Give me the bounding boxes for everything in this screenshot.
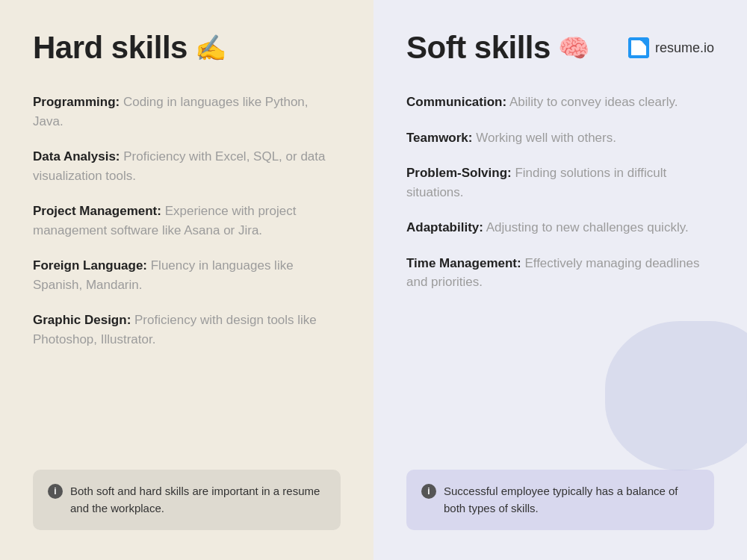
soft-skills-list: Communication: Ability to convey ideas c… bbox=[406, 93, 714, 470]
left-info-box: i Both soft and hard skills are importan… bbox=[33, 470, 341, 530]
skill-label: Communication: bbox=[406, 95, 506, 109]
info-icon: i bbox=[421, 484, 436, 499]
left-info-text: Both soft and hard skills are important … bbox=[70, 483, 326, 517]
list-item: Project Management: Experience with proj… bbox=[33, 202, 341, 240]
skill-label: Problem-Solving: bbox=[406, 166, 512, 180]
info-icon: i bbox=[48, 484, 63, 499]
right-title: Soft skills bbox=[406, 30, 551, 66]
right-info-text: Successful employee typically has a bala… bbox=[444, 483, 699, 517]
right-info-box: i Successful employee typically has a ba… bbox=[406, 470, 714, 530]
left-title-icon: ✍️ bbox=[195, 33, 226, 63]
list-item: Programming: Coding in languages like Py… bbox=[33, 93, 341, 131]
hard-skills-list: Programming: Coding in languages like Py… bbox=[33, 93, 341, 470]
resume-logo-icon bbox=[628, 37, 649, 58]
list-item: Foreign Language: Fluency in languages l… bbox=[33, 256, 341, 294]
list-item: Time Management: Effectively managing de… bbox=[406, 254, 714, 292]
list-item: Graphic Design: Proficiency with design … bbox=[33, 311, 341, 349]
skill-desc: Ability to convey ideas clearly. bbox=[506, 95, 678, 109]
skill-label: Teamwork: bbox=[406, 131, 473, 145]
resume-logo: resume.io bbox=[628, 37, 714, 58]
skill-label: Time Management: bbox=[406, 256, 521, 270]
left-header: Hard skills ✍️ bbox=[33, 30, 341, 66]
skill-label: Programming: bbox=[33, 95, 120, 109]
skill-label: Graphic Design: bbox=[33, 313, 131, 327]
skill-desc: Working well with others. bbox=[473, 131, 616, 145]
skill-label: Foreign Language: bbox=[33, 258, 147, 273]
logo-svg bbox=[628, 37, 649, 58]
list-item: Problem-Solving: Finding solutions in di… bbox=[406, 164, 714, 202]
right-title-icon: 🧠 bbox=[558, 33, 589, 63]
skill-label: Data Analysis: bbox=[33, 149, 120, 164]
list-item: Data Analysis: Proficiency with Excel, S… bbox=[33, 147, 341, 185]
skill-label: Project Management: bbox=[33, 204, 161, 218]
svg-rect-0 bbox=[628, 37, 649, 58]
skill-label: Adaptability: bbox=[406, 220, 483, 234]
resume-logo-text: resume.io bbox=[655, 40, 714, 56]
list-item: Adaptability: Adjusting to new challenge… bbox=[406, 218, 714, 237]
right-panel: Soft skills 🧠 resume.io Communication: A… bbox=[374, 0, 747, 560]
right-header: Soft skills 🧠 resume.io bbox=[406, 30, 714, 66]
left-panel: Hard skills ✍️ Programming: Coding in la… bbox=[0, 0, 374, 560]
list-item: Teamwork: Working well with others. bbox=[406, 128, 714, 148]
list-item: Communication: Ability to convey ideas c… bbox=[406, 93, 714, 112]
skill-desc: Adjusting to new challenges quickly. bbox=[483, 220, 689, 234]
left-title: Hard skills bbox=[33, 30, 187, 66]
